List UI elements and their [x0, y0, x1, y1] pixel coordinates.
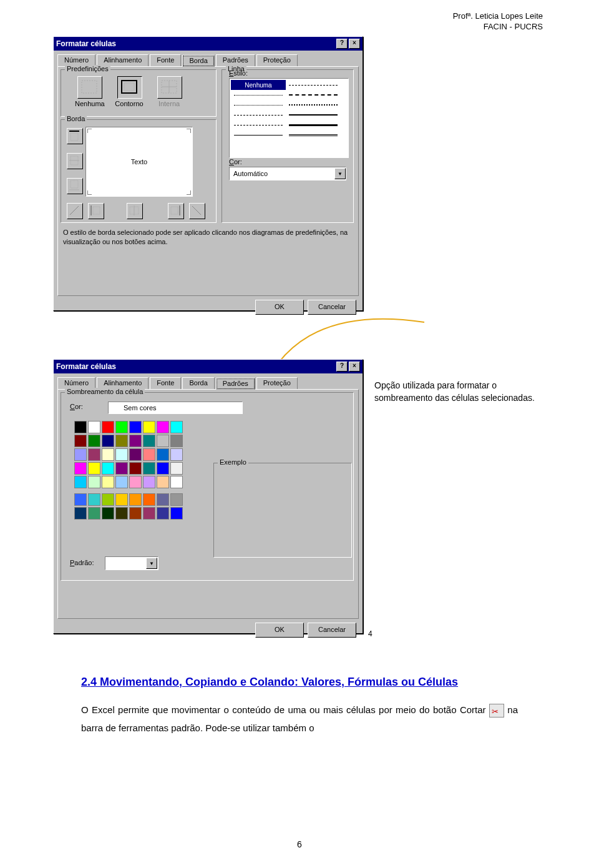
- color-swatch[interactable]: [115, 507, 128, 520]
- help-button[interactable]: ?: [336, 39, 348, 49]
- border-left-button[interactable]: [88, 203, 104, 219]
- preset-interna-button[interactable]: [157, 76, 182, 99]
- color-swatch[interactable]: [143, 435, 155, 447]
- color-swatch[interactable]: [129, 421, 142, 433]
- style-none[interactable]: Nenhuma: [231, 80, 286, 90]
- color-swatch[interactable]: [129, 462, 142, 475]
- color-swatch[interactable]: [74, 476, 87, 488]
- color-swatch[interactable]: [170, 435, 183, 447]
- style-dotted[interactable]: [231, 100, 286, 110]
- tab-borda[interactable]: Borda: [182, 55, 214, 67]
- color-swatch[interactable]: [88, 476, 100, 488]
- color-swatch[interactable]: [143, 507, 155, 520]
- color-swatch[interactable]: [74, 435, 87, 447]
- color-swatch[interactable]: [157, 462, 169, 475]
- color-swatch[interactable]: [170, 476, 183, 488]
- color-swatch[interactable]: [74, 448, 87, 461]
- color-swatch[interactable]: [102, 493, 114, 506]
- style-dashdotdot[interactable]: [231, 120, 286, 130]
- border-vmiddle-button[interactable]: [127, 203, 143, 219]
- style-hair[interactable]: [231, 90, 286, 100]
- color-swatch[interactable]: [102, 421, 114, 433]
- style-dash2[interactable]: [286, 80, 341, 90]
- tab-fonte[interactable]: Fonte: [150, 54, 181, 66]
- color-swatch[interactable]: [170, 421, 183, 433]
- color-swatch[interactable]: [74, 421, 87, 433]
- help-button[interactable]: ?: [336, 362, 348, 372]
- color-swatch[interactable]: [115, 435, 128, 447]
- close-button[interactable]: ×: [349, 362, 360, 372]
- color-swatch[interactable]: [102, 507, 114, 520]
- color-swatch[interactable]: [115, 421, 128, 433]
- color-swatch[interactable]: [102, 435, 114, 447]
- close-button[interactable]: ×: [349, 39, 360, 49]
- style-thick[interactable]: [286, 120, 341, 130]
- no-color-button[interactable]: Sem cores: [108, 402, 243, 414]
- color-swatch[interactable]: [115, 448, 128, 461]
- color-swatch[interactable]: [143, 421, 155, 433]
- color-swatch[interactable]: [115, 493, 128, 506]
- line-style-list[interactable]: Nenhuma: [229, 78, 349, 158]
- color-swatch[interactable]: [157, 493, 169, 506]
- color-swatch[interactable]: [102, 476, 114, 488]
- border-diag1-button[interactable]: [67, 203, 83, 219]
- color-swatch[interactable]: [157, 448, 169, 461]
- color-swatch[interactable]: [170, 462, 183, 475]
- color-swatch[interactable]: [143, 476, 155, 488]
- color-swatch[interactable]: [74, 493, 87, 506]
- color-swatch[interactable]: [88, 435, 100, 447]
- color-swatch[interactable]: [74, 462, 87, 475]
- color-swatch[interactable]: [129, 435, 142, 447]
- color-swatch[interactable]: [88, 493, 100, 506]
- color-swatch[interactable]: [102, 462, 114, 475]
- tab-borda[interactable]: Borda: [182, 377, 214, 389]
- color-swatch[interactable]: [129, 507, 142, 520]
- color-swatch[interactable]: [170, 507, 183, 520]
- border-bottom-button[interactable]: [67, 178, 83, 194]
- color-swatch[interactable]: [157, 476, 169, 488]
- color-swatch[interactable]: [102, 448, 114, 461]
- style-dashed[interactable]: [231, 110, 286, 120]
- tab-fonte[interactable]: Fonte: [150, 377, 181, 389]
- color-swatch[interactable]: [129, 493, 142, 506]
- color-swatch[interactable]: [115, 476, 128, 488]
- border-preview[interactable]: Texto: [85, 127, 193, 197]
- color-swatch[interactable]: [157, 421, 169, 433]
- tab-protecao[interactable]: Proteção: [256, 54, 298, 66]
- border-top-button[interactable]: [67, 128, 83, 144]
- style-dashdot2[interactable]: [286, 100, 341, 110]
- heading-link[interactable]: 2.4 Movimentando, Copiando e Colando: Va…: [81, 676, 458, 688]
- style-thin[interactable]: [231, 130, 286, 140]
- style-medium[interactable]: [286, 110, 341, 120]
- ok-button[interactable]: OK: [255, 623, 304, 638]
- preset-contorno-button[interactable]: [117, 76, 142, 99]
- color-swatch[interactable]: [157, 435, 169, 447]
- color-swatch[interactable]: [88, 462, 100, 475]
- color-swatch[interactable]: [88, 507, 100, 520]
- color-swatch[interactable]: [74, 507, 87, 520]
- color-swatch[interactable]: [157, 507, 169, 520]
- color-swatch[interactable]: [88, 421, 100, 433]
- chevron-down-icon[interactable]: ▼: [334, 168, 346, 179]
- chevron-down-icon[interactable]: ▼: [146, 558, 157, 569]
- color-swatch[interactable]: [88, 448, 100, 461]
- border-hmiddle-button[interactable]: [67, 153, 83, 169]
- color-swatch[interactable]: [143, 493, 155, 506]
- cancel-button[interactable]: Cancelar: [308, 300, 356, 315]
- tab-padroes[interactable]: Padrões: [216, 378, 255, 390]
- ok-button[interactable]: OK: [255, 300, 304, 315]
- pattern-combo[interactable]: ▼: [105, 556, 158, 570]
- color-swatch[interactable]: [143, 462, 155, 475]
- style-double[interactable]: [286, 130, 341, 140]
- color-swatch[interactable]: [170, 493, 183, 506]
- color-swatch[interactable]: [143, 448, 155, 461]
- border-diag2-button[interactable]: [189, 203, 205, 219]
- color-swatch[interactable]: [115, 462, 128, 475]
- color-combo[interactable]: Automático ▼: [229, 167, 346, 180]
- cancel-button[interactable]: Cancelar: [308, 623, 356, 638]
- style-dashdot[interactable]: [286, 90, 341, 100]
- color-swatch[interactable]: [129, 476, 142, 488]
- tab-protecao[interactable]: Proteção: [256, 377, 298, 389]
- color-swatch[interactable]: [170, 448, 183, 461]
- preset-nenhuma-button[interactable]: [77, 76, 102, 99]
